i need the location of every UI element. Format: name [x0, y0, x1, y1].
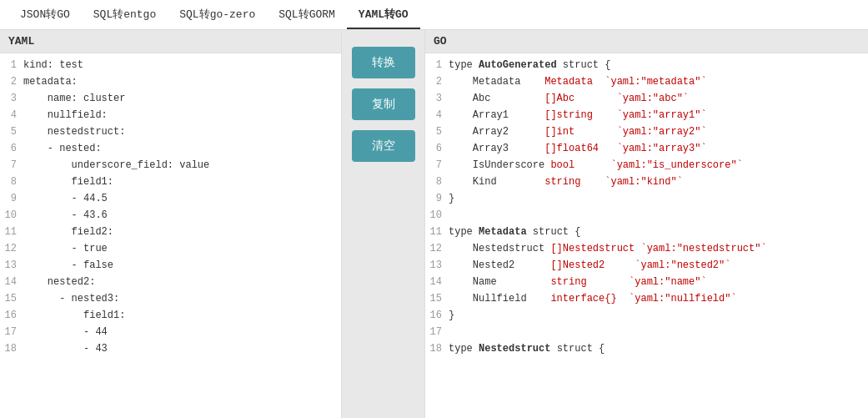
go-line-text: IsUnderscore bool `yaml:"is_underscore"` [449, 157, 861, 174]
go-line: 4 Array1 []string `yaml:"array1"` [425, 107, 868, 123]
line-number: 5 [425, 123, 449, 140]
line-number: 2 [425, 73, 449, 90]
go-line-text: } [449, 307, 861, 324]
line-number: 11 [0, 224, 23, 240]
line-number: 17 [425, 324, 449, 340]
yaml-line: 17 - 44 [0, 324, 341, 340]
go-line: 1type AutoGenerated struct { [425, 57, 868, 73]
yaml-line: 3 name: cluster [0, 90, 341, 107]
yaml-line: 1kind: test [0, 57, 341, 73]
line-text: - 43 [23, 340, 334, 357]
go-code-area[interactable]: 1type AutoGenerated struct {2 Metadata M… [425, 53, 868, 418]
line-number: 15 [425, 290, 449, 307]
line-text: - true [23, 240, 334, 257]
line-number: 14 [425, 274, 449, 290]
yaml-code-area[interactable]: 1kind: test2metadata:3 name: cluster4 nu… [0, 53, 341, 418]
line-text: nullfield: [23, 107, 334, 123]
convert-button[interactable]: 转换 [352, 47, 415, 78]
go-line-text: Kind string `yaml:"kind"` [449, 174, 861, 190]
go-line: 11type Metadata struct { [425, 224, 868, 240]
go-line-text: type Nestedstruct struct { [449, 340, 861, 357]
go-panel: GO 1type AutoGenerated struct {2 Metadat… [425, 30, 868, 418]
go-line: 16} [425, 307, 868, 324]
go-line: 6 Array3 []float64 `yaml:"array3"` [425, 140, 868, 157]
yaml-line: 18 - 43 [0, 340, 341, 357]
line-number: 4 [0, 107, 23, 123]
line-number: 1 [425, 57, 449, 73]
line-number: 6 [0, 140, 23, 157]
line-number: 3 [0, 90, 23, 107]
clear-button[interactable]: 清空 [352, 130, 415, 162]
line-number: 12 [0, 240, 23, 257]
main-area: YAML 1kind: test2metadata:3 name: cluste… [0, 30, 868, 418]
line-number: 13 [0, 257, 23, 274]
line-text: - 44.5 [23, 190, 334, 207]
line-number: 10 [425, 207, 449, 224]
line-number: 18 [0, 340, 23, 357]
nav-item-sql-to-go-zero[interactable]: SQL转go-zero [168, 0, 267, 29]
yaml-line: 13 - false [0, 257, 341, 274]
go-line: 12 Nestedstruct []Nestedstruct `yaml:"ne… [425, 240, 868, 257]
line-text: nestedstruct: [23, 123, 334, 140]
go-header: GO [425, 30, 868, 53]
line-number: 16 [0, 307, 23, 324]
line-text: kind: test [23, 57, 334, 73]
go-line-text: Nullfield interface{} `yaml:"nullfield"` [449, 290, 861, 307]
go-line-text: Abc []Abc `yaml:"abc"` [449, 90, 861, 107]
copy-button[interactable]: 复制 [352, 88, 415, 120]
line-number: 8 [0, 174, 23, 190]
go-line-text: Array3 []float64 `yaml:"array3"` [449, 140, 861, 157]
line-number: 15 [0, 290, 23, 307]
yaml-line: 7 underscore_field: value [0, 157, 341, 174]
line-text: field1: [23, 174, 334, 190]
go-line-text: Array1 []string `yaml:"array1"` [449, 107, 861, 123]
nav-item-yaml-to-go[interactable]: YAML转GO [347, 0, 420, 29]
line-number: 4 [425, 107, 449, 123]
line-number: 2 [0, 73, 23, 90]
nav-item-sql-to-entgo[interactable]: SQL转entgo [82, 0, 168, 29]
yaml-line: 4 nullfield: [0, 107, 341, 123]
line-number: 9 [425, 190, 449, 207]
yaml-line: 5 nestedstruct: [0, 123, 341, 140]
nav-item-json-to-go[interactable]: JSON转GO [8, 0, 82, 29]
line-text: - false [23, 257, 334, 274]
line-number: 5 [0, 123, 23, 140]
go-line: 8 Kind string `yaml:"kind"` [425, 174, 868, 190]
yaml-panel: YAML 1kind: test2metadata:3 name: cluste… [0, 30, 342, 418]
go-line-text: type AutoGenerated struct { [449, 57, 861, 73]
go-line: 2 Metadata Metadata `yaml:"metadata"` [425, 73, 868, 90]
yaml-line: 11 field2: [0, 224, 341, 240]
yaml-line: 14 nested2: [0, 274, 341, 290]
yaml-line: 6 - nested: [0, 140, 341, 157]
go-line-text: type Metadata struct { [449, 224, 861, 240]
line-number: 1 [0, 57, 23, 73]
top-nav: JSON转GOSQL转entgoSQL转go-zeroSQL转GORMYAML转… [0, 0, 868, 30]
go-line: 15 Nullfield interface{} `yaml:"nullfiel… [425, 290, 868, 307]
line-number: 10 [0, 207, 23, 224]
line-text: metadata: [23, 73, 334, 90]
line-text: name: cluster [23, 90, 334, 107]
button-panel: 转换复制清空 [342, 30, 425, 418]
line-number: 13 [425, 257, 449, 274]
go-line: 3 Abc []Abc `yaml:"abc"` [425, 90, 868, 107]
line-text: nested2: [23, 274, 334, 290]
line-number: 7 [425, 157, 449, 174]
go-line-text: Name string `yaml:"name"` [449, 274, 861, 290]
line-number: 17 [0, 324, 23, 340]
line-text: field2: [23, 224, 334, 240]
yaml-line: 2metadata: [0, 73, 341, 90]
yaml-header: YAML [0, 30, 341, 53]
go-line-text: Nested2 []Nested2 `yaml:"nested2"` [449, 257, 861, 274]
go-line: 18type Nestedstruct struct { [425, 340, 868, 357]
yaml-line: 10 - 43.6 [0, 207, 341, 224]
go-line: 13 Nested2 []Nested2 `yaml:"nested2"` [425, 257, 868, 274]
go-line-text: Metadata Metadata `yaml:"metadata"` [449, 73, 861, 90]
line-text: - 44 [23, 324, 334, 340]
yaml-line: 16 field1: [0, 307, 341, 324]
yaml-line: 8 field1: [0, 174, 341, 190]
go-line: 5 Array2 []int `yaml:"array2"` [425, 123, 868, 140]
line-number: 12 [425, 240, 449, 257]
go-line-text: Array2 []int `yaml:"array2"` [449, 123, 861, 140]
line-text: underscore_field: value [23, 157, 334, 174]
nav-item-sql-to-gorm[interactable]: SQL转GORM [267, 0, 347, 29]
